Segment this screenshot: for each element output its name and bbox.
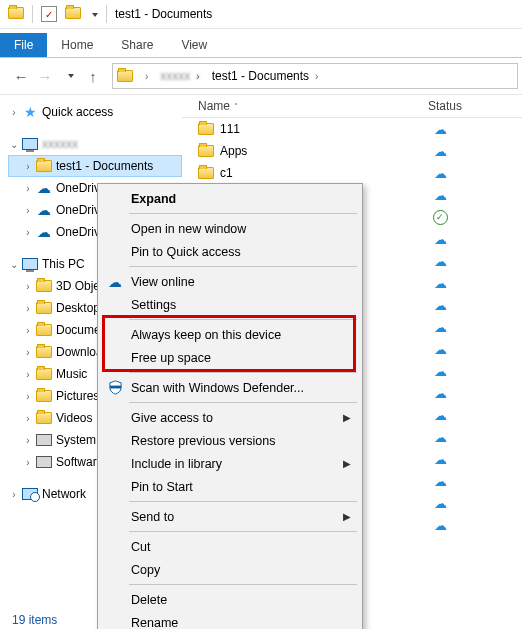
breadcrumb-sep[interactable]: › [133, 71, 154, 82]
up-button[interactable]: ↑ [82, 65, 104, 87]
file-status-cell: ☁ [428, 496, 452, 511]
folder-icon [36, 346, 52, 358]
recent-locations[interactable] [58, 65, 80, 87]
cloud-icon: ☁ [434, 452, 447, 467]
tab-view[interactable]: View [167, 33, 221, 57]
breadcrumb-root[interactable]: xxxxx› [154, 69, 205, 83]
file-row[interactable]: 111☁ [182, 118, 522, 140]
ctx-restore-versions[interactable]: Restore previous versions [101, 429, 359, 452]
file-row[interactable]: c1☁ [182, 162, 522, 184]
forward-button[interactable]: → [34, 65, 56, 87]
file-name-cell: c1 [198, 166, 428, 180]
col-name[interactable]: Name˄ [198, 99, 428, 113]
onedrive-icon: ☁ [36, 225, 52, 239]
pc-icon [22, 138, 38, 150]
qat-overflow[interactable] [89, 7, 98, 21]
tree-label: xxxxxx [42, 137, 78, 151]
separator [129, 266, 357, 267]
ctx-open-new-window[interactable]: Open in new window [101, 217, 359, 240]
file-status-cell: ☁ [428, 386, 452, 401]
address-bar[interactable]: › xxxxx› test1 - Documents› [112, 63, 518, 89]
ctx-delete[interactable]: Delete [101, 588, 359, 611]
cloud-icon: ☁ [434, 276, 447, 291]
folder-icon [36, 412, 52, 424]
synced-check-icon: ✓ [433, 210, 448, 225]
file-status-cell: ☁ [428, 144, 452, 159]
tab-share[interactable]: Share [107, 33, 167, 57]
folder-icon [36, 390, 52, 402]
file-name-cell: Apps [198, 144, 428, 158]
cloud-icon: ☁ [434, 518, 447, 533]
ctx-pin-quick-access[interactable]: Pin to Quick access [101, 240, 359, 263]
qa-properties-icon[interactable]: ✓ [41, 6, 57, 22]
ctx-always-keep[interactable]: Always keep on this device [101, 323, 359, 346]
ctx-rename[interactable]: Rename [101, 611, 359, 629]
cloud-icon: ☁ [434, 496, 447, 511]
folder-icon [36, 280, 52, 292]
ctx-free-up-space[interactable]: Free up space [101, 346, 359, 369]
file-name: c1 [220, 166, 233, 180]
ctx-scan-defender[interactable]: Scan with Windows Defender... [101, 376, 359, 399]
pc-icon [22, 258, 38, 270]
ctx-give-access-to[interactable]: Give access to▶ [101, 406, 359, 429]
ctx-cut[interactable]: Cut [101, 535, 359, 558]
file-status-cell: ☁ [428, 254, 452, 269]
drive-icon [36, 456, 52, 468]
ctx-pin-start[interactable]: Pin to Start [101, 475, 359, 498]
folder-icon [8, 7, 24, 22]
cloud-icon: ☁ [434, 298, 447, 313]
cloud-icon: ☁ [434, 386, 447, 401]
tree-quick-access[interactable]: ›★ Quick access [8, 101, 182, 123]
onedrive-icon: ☁ [106, 275, 124, 289]
network-icon [22, 488, 38, 500]
separator [129, 531, 357, 532]
file-status-cell: ☁ [428, 342, 452, 357]
ctx-settings[interactable]: Settings [101, 293, 359, 316]
column-headers[interactable]: Name˄ Status [182, 95, 522, 118]
back-button[interactable]: ← [10, 65, 32, 87]
separator [129, 501, 357, 502]
ctx-view-online[interactable]: ☁ View online [101, 270, 359, 293]
ctx-send-to[interactable]: Send to▶ [101, 505, 359, 528]
col-status[interactable]: Status [428, 99, 522, 113]
submenu-arrow-icon: ▶ [343, 412, 351, 423]
file-name: Apps [220, 144, 247, 158]
file-status-cell: ☁ [428, 364, 452, 379]
folder-icon [198, 145, 214, 157]
file-status-cell: ☁ [428, 232, 452, 247]
file-status-cell: ☁ [428, 430, 452, 445]
breadcrumb-current[interactable]: test1 - Documents› [206, 69, 325, 83]
titlebar: ✓ test1 - Documents [0, 0, 522, 29]
tab-home[interactable]: Home [47, 33, 107, 57]
sort-asc-icon: ˄ [234, 102, 238, 111]
onedrive-icon: ☁ [36, 181, 52, 195]
submenu-arrow-icon: ▶ [343, 511, 351, 522]
cloud-icon: ☁ [434, 474, 447, 489]
separator [129, 213, 357, 214]
quick-access-icon: ★ [22, 104, 38, 120]
cloud-icon: ☁ [434, 188, 447, 203]
cloud-icon: ☁ [434, 408, 447, 423]
file-status-cell: ✓ [428, 210, 452, 225]
tree-selected-folder[interactable]: › test1 - Documents [8, 155, 182, 177]
file-row[interactable]: Apps☁ [182, 140, 522, 162]
tree-root[interactable]: ⌄ xxxxxx [8, 133, 182, 155]
ctx-expand[interactable]: Expand [101, 187, 359, 210]
file-tab[interactable]: File [0, 33, 47, 57]
folder-icon [117, 70, 133, 82]
separator [129, 319, 357, 320]
ctx-copy[interactable]: Copy [101, 558, 359, 581]
folder-icon [198, 167, 214, 179]
cloud-icon: ☁ [434, 430, 447, 445]
drive-icon [36, 434, 52, 446]
cloud-icon: ☁ [434, 122, 447, 137]
ctx-include-library[interactable]: Include in library▶ [101, 452, 359, 475]
svg-rect-0 [109, 386, 120, 389]
folder-icon[interactable] [65, 7, 81, 22]
file-status-cell: ☁ [428, 166, 452, 181]
file-status-cell: ☁ [428, 518, 452, 533]
file-status-cell: ☁ [428, 298, 452, 313]
folder-icon [36, 160, 52, 172]
file-status-cell: ☁ [428, 122, 452, 137]
file-status-cell: ☁ [428, 408, 452, 423]
